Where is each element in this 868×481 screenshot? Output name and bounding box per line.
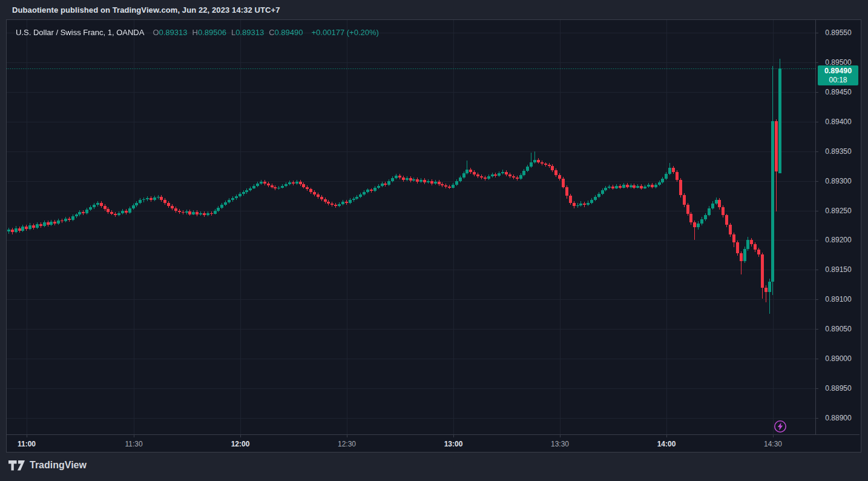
price-axis-label: 0.89400 <box>816 118 861 126</box>
time-axis-tick <box>134 435 134 437</box>
time-axis-label: 11:00 <box>18 440 36 448</box>
chart-plot-area[interactable]: U.S. Dollar / Swiss Franc, 1, OANDA O0.8… <box>7 20 815 434</box>
time-axis-label: 14:00 <box>657 440 676 448</box>
chart-legend[interactable]: U.S. Dollar / Swiss Franc, 1, OANDA O0.8… <box>16 27 379 38</box>
ohlc-low: L0.89313 <box>231 28 264 37</box>
attribution-text: Dubaotiente published on TradingView.com… <box>12 5 280 15</box>
ohlc-open: O0.89313 <box>153 28 187 37</box>
flash-icon[interactable] <box>774 420 787 433</box>
tradingview-logo-text[interactable]: TradingView <box>30 460 87 471</box>
footer-branding: TradingView <box>8 460 87 471</box>
ohlc-close: C0.89490 <box>269 28 303 37</box>
price-axis-label: 0.89000 <box>816 354 861 363</box>
time-axis-label: 14:30 <box>764 440 782 448</box>
price-axis[interactable]: 0.89490 00:18 0.895500.895000.894500.894… <box>815 20 861 434</box>
time-axis-tick <box>560 435 561 437</box>
time-axis-tick <box>240 435 241 437</box>
price-axis-label: 0.89350 <box>816 147 861 156</box>
ohlc-high-value: 0.89506 <box>198 28 226 37</box>
candlestick-chart[interactable] <box>7 20 815 434</box>
tradingview-logo-icon[interactable] <box>8 460 25 471</box>
current-price-badge: 0.89490 00:18 <box>818 65 858 85</box>
ohlc-close-label: C <box>269 28 274 37</box>
ohlc-high-label: H <box>192 28 198 37</box>
price-axis-label: 0.89200 <box>816 236 861 244</box>
price-axis-label: 0.88900 <box>816 414 861 422</box>
time-axis-label: 13:30 <box>551 440 569 448</box>
current-price-value: 0.89490 <box>818 67 858 76</box>
ohlc-low-value: 0.89313 <box>235 28 264 37</box>
price-axis-label: 0.89150 <box>816 265 861 274</box>
price-axis-label: 0.89100 <box>816 295 861 304</box>
ohlc-close-value: 0.89490 <box>275 28 303 37</box>
time-axis-tick <box>666 435 667 437</box>
time-axis-tick <box>27 435 27 437</box>
time-axis[interactable]: 11:0011:3012:0012:3013:0013:3014:0014:30 <box>7 434 860 451</box>
ohlc-open-label: O <box>153 28 159 37</box>
price-axis-label: 0.89450 <box>816 88 861 96</box>
chart-container: U.S. Dollar / Swiss Franc, 1, OANDA O0.8… <box>6 19 861 453</box>
time-axis-tick <box>347 435 347 437</box>
bar-countdown: 00:18 <box>818 76 858 84</box>
price-axis-label: 0.88950 <box>816 384 861 393</box>
time-axis-label: 13:00 <box>444 440 463 448</box>
ohlc-open-value: 0.89313 <box>159 28 188 37</box>
time-axis-label: 11:30 <box>125 440 142 448</box>
price-axis-label: 0.89550 <box>816 28 861 37</box>
time-axis-label: 12:00 <box>231 440 250 448</box>
price-axis-label: 0.89050 <box>816 325 861 333</box>
ohlc-high: H0.89506 <box>192 28 226 37</box>
change-value: +0.00177 (+0.20%) <box>312 28 379 37</box>
time-axis-tick <box>453 435 454 437</box>
time-axis-tick <box>773 435 774 437</box>
price-axis-label: 0.89300 <box>816 177 861 185</box>
price-axis-label: 0.89250 <box>816 207 861 215</box>
time-axis-label: 12:30 <box>338 440 356 448</box>
symbol-title[interactable]: U.S. Dollar / Swiss Franc, 1, OANDA <box>16 28 144 37</box>
